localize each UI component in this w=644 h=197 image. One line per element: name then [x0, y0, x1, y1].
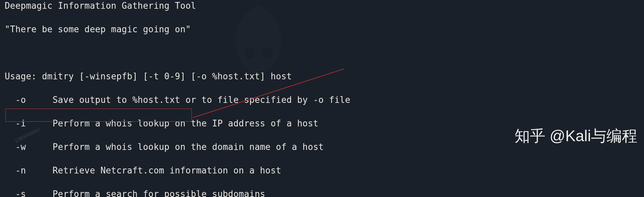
title-line: Deepmagic Information Gathering Tool: [5, 0, 644, 12]
flag: -n: [5, 165, 26, 175]
flag: -s: [5, 189, 26, 197]
terminal-output: Deepmagic Information Gathering Tool "Th…: [0, 0, 644, 197]
desc: Perform a search for possible subdomains: [53, 189, 265, 197]
desc: Perform a whois lookup on the domain nam…: [53, 142, 324, 152]
terminal-window: { "title": "Deepmagic Information Gather…: [0, 0, 644, 197]
flag: -o: [5, 95, 26, 105]
flag: -i: [5, 118, 26, 128]
desc: Perform a whois lookup on the IP address…: [53, 118, 319, 128]
option-row: -n Retrieve Netcraft.com information on …: [5, 165, 644, 176]
usage-line: Usage: dmitry [-winsepfb] [-t 0-9] [-o %…: [5, 71, 644, 82]
option-row: -s Perform a search for possible subdoma…: [5, 188, 644, 197]
watermark-text: 知乎 @Kali与编程: [515, 126, 637, 147]
blank-line: [5, 47, 644, 59]
desc: Save output to %host.txt or to file spec…: [53, 95, 351, 105]
flag: -w: [5, 142, 26, 152]
option-row: -o Save output to %host.txt or to file s…: [5, 94, 644, 106]
tagline-line: "There be some deep magic going on": [5, 24, 644, 35]
desc: Retrieve Netcraft.com information on a h…: [53, 165, 281, 175]
